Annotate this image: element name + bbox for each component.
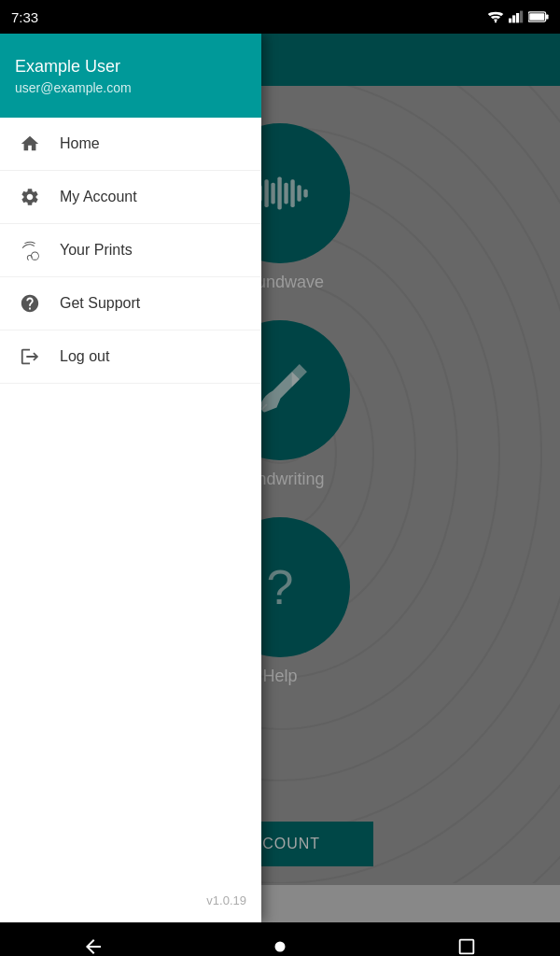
drawer-item-log-out-label: Log out xyxy=(60,348,109,365)
drawer-item-log-out[interactable]: Log out xyxy=(0,330,261,384)
nav-home-button[interactable] xyxy=(252,928,308,956)
main-area: humbies xyxy=(0,34,560,922)
gear-icon xyxy=(19,186,41,208)
drawer-item-get-support[interactable]: Get Support xyxy=(0,277,261,330)
drawer-item-get-support-label: Get Support xyxy=(60,295,140,312)
nav-recents-icon xyxy=(456,936,477,956)
support-icon xyxy=(19,292,41,315)
logout-icon xyxy=(19,345,41,368)
svg-point-0 xyxy=(495,21,497,22)
nav-back-button[interactable] xyxy=(65,928,121,956)
drawer-scrim[interactable] xyxy=(261,34,560,885)
battery-icon xyxy=(528,11,549,22)
svg-rect-2 xyxy=(512,15,515,22)
svg-rect-4 xyxy=(520,11,523,23)
svg-rect-3 xyxy=(516,13,519,22)
home-icon xyxy=(19,133,41,155)
wifi-icon xyxy=(487,10,504,23)
navigation-drawer: Example User user@example.com Home My Ac… xyxy=(0,34,261,922)
bottom-nav xyxy=(0,922,560,956)
drawer-header: Example User user@example.com xyxy=(0,34,261,118)
drawer-item-home-label: Home xyxy=(60,135,100,152)
drawer-item-my-account-label: My Account xyxy=(60,189,137,205)
svg-rect-6 xyxy=(546,14,549,19)
status-icons xyxy=(487,10,549,23)
status-time: 7:33 xyxy=(11,9,38,25)
nav-home-icon xyxy=(270,936,290,956)
drawer-version: v1.0.19 xyxy=(0,879,261,922)
svg-point-27 xyxy=(275,942,286,952)
svg-rect-28 xyxy=(460,940,474,954)
nav-back-icon xyxy=(82,935,105,956)
svg-rect-1 xyxy=(509,19,511,23)
fingerprint-icon xyxy=(19,239,41,261)
drawer-username: Example User xyxy=(15,57,246,77)
signal-icon xyxy=(509,10,524,23)
status-bar: 7:33 xyxy=(0,0,560,34)
nav-recents-button[interactable] xyxy=(439,928,495,956)
svg-rect-7 xyxy=(529,13,544,21)
drawer-item-your-prints-label: Your Prints xyxy=(60,242,133,259)
drawer-item-my-account[interactable]: My Account xyxy=(0,171,261,224)
drawer-item-your-prints[interactable]: Your Prints xyxy=(0,224,261,277)
drawer-item-home[interactable]: Home xyxy=(0,118,261,171)
drawer-email: user@example.com xyxy=(15,80,246,95)
